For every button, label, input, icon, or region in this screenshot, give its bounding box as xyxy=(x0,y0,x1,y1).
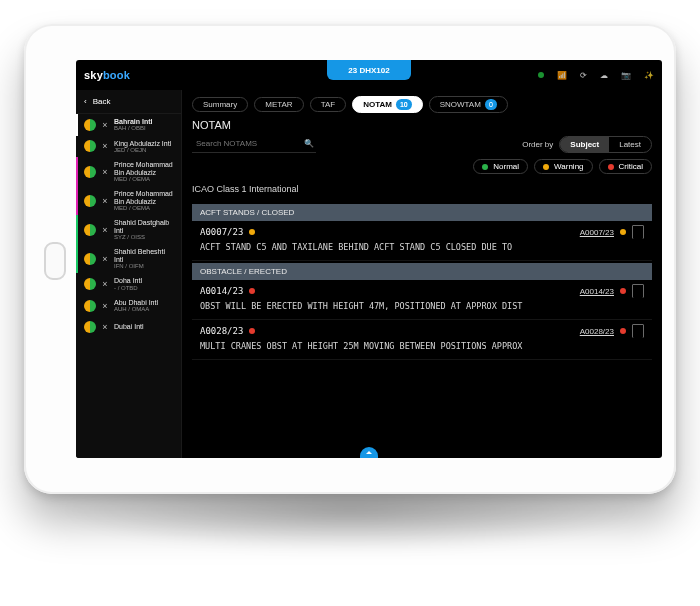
flight-dock[interactable]: 23 DHX102 xyxy=(327,60,411,80)
sidebar-airport[interactable]: ×Doha Intl- / OTBD xyxy=(76,273,181,295)
airport-name: Doha Intl xyxy=(114,277,142,284)
notam-count-badge: 10 xyxy=(396,99,412,110)
sidebar-airport[interactable]: ×Dubai Intl xyxy=(76,317,181,337)
brand-logo: skybook xyxy=(84,69,130,81)
legend-warning[interactable]: Warning xyxy=(534,159,593,174)
legend-normal[interactable]: Normal xyxy=(473,159,528,174)
sidebar-airport[interactable]: ×Shahid Beheshti IntlIFN / OIFM xyxy=(76,244,181,273)
notam-item[interactable]: A0007/23A0007/23ACFT STAND C5 AND TAXILA… xyxy=(192,221,652,261)
back-label: Back xyxy=(93,97,111,106)
tablet-home-button[interactable] xyxy=(44,242,66,280)
status-pie-icon xyxy=(84,140,96,152)
pull-up-handle[interactable] xyxy=(360,447,378,458)
notam-id: A0007/23 xyxy=(200,227,243,237)
airport-name: Shahid Dastghaib Intl xyxy=(114,219,175,234)
notam-text: ACFT STAND C5 AND TAXILANE BEHIND ACFT S… xyxy=(200,242,644,252)
status-pie-icon xyxy=(84,119,96,131)
status-dot-icon xyxy=(538,72,544,78)
status-pie-icon xyxy=(84,321,96,333)
notam-group-header: ACFT STANDS / CLOSED xyxy=(192,204,652,221)
notam-ref-link[interactable]: A0028/23 xyxy=(580,327,614,336)
sidebar-airport[interactable]: ×Prince Mohammad Bin AbdulazizMED / OEMA xyxy=(76,186,181,215)
order-label: Order by xyxy=(522,140,553,149)
close-icon[interactable]: × xyxy=(101,196,109,206)
notam-ref-link[interactable]: A0014/23 xyxy=(580,287,614,296)
airport-name: Prince Mohammad Bin Abdulaziz xyxy=(114,161,175,176)
tab-snowtam[interactable]: SNOWTAM0 xyxy=(429,96,508,113)
status-pie-icon xyxy=(84,253,96,265)
tab-metar[interactable]: METAR xyxy=(254,97,303,112)
airport-code: MED / OEMA xyxy=(114,205,175,211)
airport-code: - / OTBD xyxy=(114,285,142,291)
order-segmented[interactable]: Subject Latest xyxy=(559,136,652,153)
order-latest[interactable]: Latest xyxy=(609,137,651,152)
airport-code: AUH / OMAA xyxy=(114,306,158,312)
legend-critical[interactable]: Critical xyxy=(599,159,652,174)
tab-summary[interactable]: Summary xyxy=(192,97,248,112)
status-pie-icon xyxy=(84,224,96,236)
status-pie-icon xyxy=(84,195,96,207)
airport-name: Abu Dhabi Intl xyxy=(114,299,158,306)
close-icon[interactable]: × xyxy=(101,225,109,235)
tab-notam[interactable]: NOTAM10 xyxy=(352,96,423,113)
sidebar-airport[interactable]: ×Prince Mohammad Bin AbdulazizMED / OEMA xyxy=(76,157,181,186)
page-title: NOTAM xyxy=(182,119,662,135)
status-pie-icon xyxy=(84,278,96,290)
close-icon[interactable]: × xyxy=(101,167,109,177)
wifi-icon: 📶 xyxy=(557,71,567,80)
close-icon[interactable]: × xyxy=(101,120,109,130)
close-icon[interactable]: × xyxy=(101,301,109,311)
close-icon[interactable]: × xyxy=(101,254,109,264)
search-input[interactable] xyxy=(194,138,298,149)
notam-id: A0028/23 xyxy=(200,326,243,336)
airport-name: Dubai Intl xyxy=(114,323,144,330)
chevron-left-icon: ‹ xyxy=(84,97,87,106)
close-icon[interactable]: × xyxy=(101,141,109,151)
airport-name: Shahid Beheshti Intl xyxy=(114,248,175,263)
sidebar-airport[interactable]: ×Shahid Dastghaib IntlSYZ / OISS xyxy=(76,215,181,244)
status-pie-icon xyxy=(84,300,96,312)
bookmark-icon[interactable] xyxy=(632,324,644,338)
search-icon[interactable]: 🔍 xyxy=(304,139,314,148)
bookmark-icon[interactable] xyxy=(632,225,644,239)
status-pie-icon xyxy=(84,166,96,178)
notam-group-header: OBSTACLE / ERECTED xyxy=(192,263,652,280)
airport-name: Prince Mohammad Bin Abdulaziz xyxy=(114,190,175,205)
severity-dot-icon xyxy=(620,229,626,235)
airport-code: IFN / OIFM xyxy=(114,263,175,269)
severity-dot-icon xyxy=(620,288,626,294)
sidebar-airport[interactable]: ×Bahrain IntlBAH / OBBI xyxy=(76,114,181,136)
search-field[interactable]: 🔍 xyxy=(192,135,316,153)
notam-item[interactable]: A0014/23A0014/23OBST WILL BE ERECTED WIT… xyxy=(192,280,652,320)
close-icon[interactable]: × xyxy=(101,322,109,332)
icao-class-line: ICAO Class 1 International xyxy=(182,182,662,202)
severity-dot-icon xyxy=(249,229,255,235)
sync-icon[interactable]: ⟳ xyxy=(580,71,587,80)
airport-code: MED / OEMA xyxy=(114,176,175,182)
back-button[interactable]: ‹ Back xyxy=(76,90,181,114)
sidebar-airport[interactable]: ×King Abdulaziz IntlJED / OEJN xyxy=(76,136,181,158)
order-subject[interactable]: Subject xyxy=(560,137,609,152)
severity-dot-icon xyxy=(620,328,626,334)
airport-code: JED / OEJN xyxy=(114,147,171,153)
airport-name: Bahrain Intl xyxy=(114,118,153,125)
camera-icon[interactable]: 📷 xyxy=(621,71,631,80)
notam-text: MULTI CRANES OBST AT HEIGHT 25M MOVING B… xyxy=(200,341,644,351)
tab-taf[interactable]: TAF xyxy=(310,97,347,112)
airport-name: King Abdulaziz Intl xyxy=(114,140,171,147)
bookmark-icon[interactable] xyxy=(632,284,644,298)
airport-code: SYZ / OISS xyxy=(114,234,175,240)
sidebar-airport[interactable]: ×Abu Dhabi IntlAUH / OMAA xyxy=(76,295,181,317)
cloud-icon[interactable]: ☁ xyxy=(600,71,608,80)
close-icon[interactable]: × xyxy=(101,279,109,289)
severity-dot-icon xyxy=(249,328,255,334)
airport-code: BAH / OBBI xyxy=(114,125,153,131)
notam-text: OBST WILL BE ERECTED WITH HEIGHT 47M, PO… xyxy=(200,301,644,311)
severity-dot-icon xyxy=(249,288,255,294)
snowtam-count-badge: 0 xyxy=(485,99,497,110)
notam-id: A0014/23 xyxy=(200,286,243,296)
notam-item[interactable]: A0028/23A0028/23MULTI CRANES OBST AT HEI… xyxy=(192,320,652,360)
notam-ref-link[interactable]: A0007/23 xyxy=(580,228,614,237)
alert-icon[interactable]: ✨ xyxy=(644,71,654,80)
